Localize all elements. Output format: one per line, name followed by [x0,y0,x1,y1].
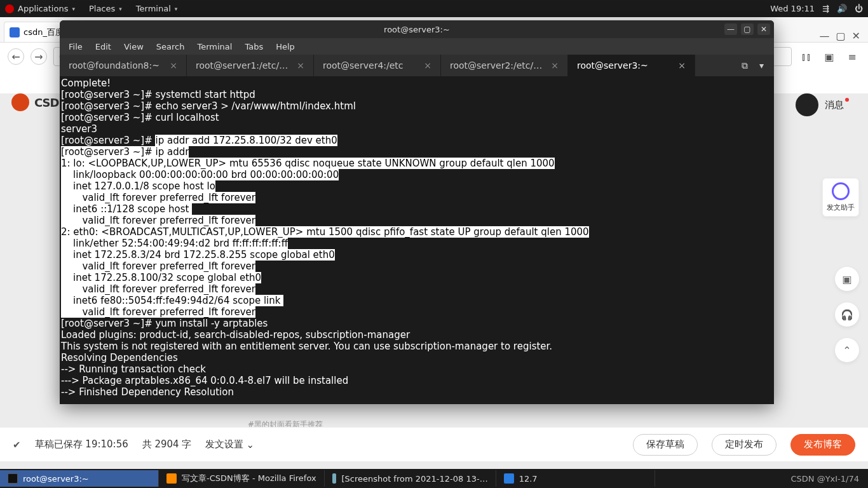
tab-close-icon[interactable]: × [551,60,559,71]
window-title: root@server3:~ [384,25,450,34]
editor-footer: ✔ 草稿已保存 19:10:56 共 2904 字 发文设置⌄ 保存草稿 定时发… [0,427,868,461]
publish-button[interactable]: 发布博客 [790,434,855,456]
places-menu[interactable]: Places▾ [89,4,122,13]
reader-icon[interactable]: ▣ [821,51,837,63]
menu-search[interactable]: Search [156,42,185,51]
close-icon[interactable]: ✕ [757,24,770,35]
window-title-bar[interactable]: root@server3:~ — ▢ ✕ [60,20,774,38]
document-icon [504,473,514,484]
gnome-taskbar: root@server3:~ 写文章-CSDN博客 - Mozilla Fire… [0,469,868,488]
terminal-tab[interactable]: root@server2:/etc/…× [441,55,568,76]
app-menu-icon[interactable]: ≡ [844,51,860,63]
taskbar-item-terminal[interactable]: root@server3:~ [0,470,159,487]
tab-close-icon[interactable]: × [678,60,686,71]
terminal-tab[interactable]: root@server1:/etc/…× [187,55,314,76]
terminal-icon [8,473,18,484]
menu-help[interactable]: Help [276,42,295,51]
menu-tabs[interactable]: Tabs [245,42,263,51]
taskbar-item-screenshot[interactable]: [Screenshot from 2021-12-08 13-… [325,470,496,487]
volume-icon[interactable]: 🔊 [837,4,847,13]
save-draft-button[interactable]: 保存草稿 [633,434,698,456]
selection: ip addr add 172.25.8.100/32 dev eth0 [ro… [61,135,589,318]
qr-icon[interactable]: ▣ [835,267,859,291]
back-to-top-icon[interactable]: ⌃ [835,338,859,362]
headset-icon[interactable]: 🎧 [835,302,859,327]
watermark: CSDN @YxI-1/74 [782,474,868,484]
menu-view[interactable]: View [124,42,144,51]
tab-close-icon[interactable]: × [170,60,177,71]
publish-assistant[interactable]: 发文助手 [822,178,859,217]
csdn-mascot-icon [11,93,29,111]
favicon-icon [10,27,20,37]
minimize-icon[interactable]: — [819,30,829,42]
menu-terminal[interactable]: Terminal [197,42,232,51]
tab-close-icon[interactable]: × [297,60,304,71]
schedule-publish-button[interactable]: 定时发布 [712,434,776,456]
assistant-icon [832,182,850,200]
terminal-window: root@server3:~ — ▢ ✕ File Edit View Sear… [60,20,774,404]
library-icon[interactable]: ⫿⫿ [798,51,815,63]
draft-saved-label: 草稿已保存 19:10:56 [35,438,128,451]
terminal-content[interactable]: Complete! [root@server3 ~]# systemctl st… [60,76,774,404]
taskbar-item-doc[interactable]: 12.7 [496,470,655,487]
terminal-menu-bar: File Edit View Search Terminal Tabs Help [60,38,774,55]
menu-edit[interactable]: Edit [95,42,111,51]
maximize-icon[interactable]: ▢ [741,24,754,35]
terminal-tab-bar: root@foundation8:~× root@server1:/etc/…×… [60,55,774,76]
taskbar-item-firefox[interactable]: 写文章-CSDN博客 - Mozilla Firefox [159,470,325,487]
terminal-tab-active[interactable]: root@server3:~× [568,55,695,76]
publish-settings-link[interactable]: 发文设置⌄ [205,438,254,451]
messages-link[interactable]: 消息 [825,99,844,111]
maximize-icon[interactable]: ▢ [836,30,845,42]
tab-close-icon[interactable]: × [424,60,431,71]
new-tab-icon[interactable]: ⧉ [742,60,748,71]
close-icon[interactable]: ✕ [852,30,860,42]
minimize-icon[interactable]: — [724,24,737,35]
gnome-top-bar: Applications▾ Places▾ Terminal▾ Wed 19:1… [0,0,868,17]
back-button[interactable]: ← [8,48,24,65]
avatar[interactable] [796,93,818,116]
browser-tab-label: csdn_百度 [24,27,64,38]
power-icon[interactable]: ⏻ [855,4,863,13]
imageviewer-icon [332,473,337,484]
activities-redhat-icon[interactable]: Applications▾ [5,4,75,13]
check-icon: ✔ [13,439,21,451]
firefox-icon [166,473,177,484]
terminal-menu[interactable]: Terminal▾ [136,4,177,13]
terminal-tab[interactable]: root@server4:/etc× [314,55,441,76]
wordcount-label: 共 2904 字 [142,438,192,451]
forward-button[interactable]: → [31,48,47,65]
terminal-tab[interactable]: root@foundation8:~× [60,55,187,76]
chevron-down-icon[interactable]: ▾ [759,60,764,71]
chevron-down-icon: ⌄ [246,439,254,451]
clock[interactable]: Wed 19:11 [770,4,815,13]
wifi-icon[interactable]: ⇶ [822,4,829,13]
menu-file[interactable]: File [69,42,83,51]
